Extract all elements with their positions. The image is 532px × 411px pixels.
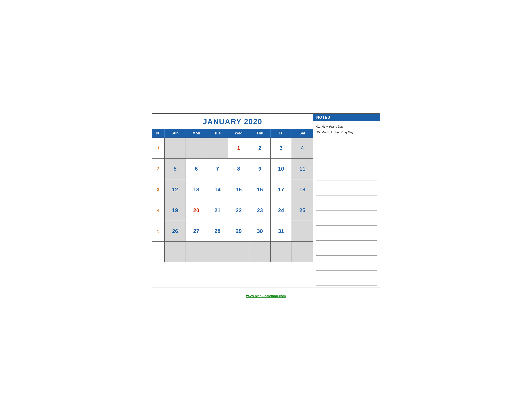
page-wrapper: JANUARY 2020 Nº Sun Mon Tue Wed Thu Fri … <box>152 113 380 298</box>
day-cell: 14 <box>207 179 228 200</box>
col-header-sat: Sat <box>292 129 313 138</box>
day-cell <box>228 242 249 262</box>
footer-url: www.blank-calendar.com <box>246 294 286 298</box>
notes-section: NOTES 01: New Year's Day 20: Martin Luth… <box>314 114 380 287</box>
calendar-title: JANUARY 2020 <box>152 114 313 129</box>
note-line[interactable] <box>316 233 377 241</box>
col-header-mon: Mon <box>186 129 207 138</box>
note-line[interactable] <box>316 241 377 248</box>
day-cell: 28 <box>207 221 228 241</box>
day-cell: 7 <box>207 159 228 179</box>
calendar-header-row: Nº Sun Mon Tue Wed Thu Fri Sat <box>152 129 313 138</box>
note-line[interactable] <box>316 270 377 278</box>
note-line[interactable] <box>316 196 377 203</box>
day-cell: 3 <box>271 138 292 158</box>
day-cell: 9 <box>249 159 271 179</box>
day-cell <box>292 221 313 241</box>
day-cell: 26 <box>165 221 186 241</box>
day-cell: 16 <box>249 179 271 200</box>
calendar-section: JANUARY 2020 Nº Sun Mon Tue Wed Thu Fri … <box>152 114 314 287</box>
day-cell <box>186 242 207 262</box>
calendar-row: 11234 <box>152 138 313 158</box>
day-cell: 15 <box>228 179 249 200</box>
holiday-item-2: 20: Martin Luther King Day <box>316 129 377 135</box>
note-line[interactable] <box>316 211 377 218</box>
note-line[interactable] <box>316 248 377 256</box>
notes-body: 01: New Year's Day 20: Martin Luther Kin… <box>314 121 380 287</box>
day-cell: 11 <box>292 159 313 179</box>
day-cell: 13 <box>186 179 207 200</box>
week-number: 4 <box>152 200 165 221</box>
day-cell: 10 <box>271 159 292 179</box>
note-line[interactable] <box>316 256 377 263</box>
col-header-tue: Tue <box>207 129 228 138</box>
note-line[interactable] <box>316 263 377 270</box>
note-line[interactable] <box>316 203 377 211</box>
day-cell: 27 <box>186 221 207 241</box>
day-cell: 21 <box>207 200 228 221</box>
col-header-sun: Sun <box>165 129 186 138</box>
day-cell <box>207 242 228 262</box>
col-header-wed: Wed <box>228 129 249 138</box>
week-number: 2 <box>152 159 165 179</box>
day-cell: 23 <box>249 200 271 221</box>
day-cell: 20 <box>186 200 207 221</box>
day-cell: 2 <box>249 138 271 158</box>
day-cell: 18 <box>292 179 313 200</box>
day-cell: 5 <box>165 159 186 179</box>
note-line[interactable] <box>316 151 377 158</box>
day-cell: 1 <box>228 138 249 158</box>
note-line[interactable] <box>316 173 377 181</box>
day-cell: 19 <box>165 200 186 221</box>
week-number <box>152 242 165 262</box>
day-cell <box>207 138 228 158</box>
note-line[interactable] <box>316 158 377 166</box>
day-cell <box>165 138 186 158</box>
note-line[interactable] <box>316 188 377 196</box>
day-cell <box>292 242 313 262</box>
day-cell: 6 <box>186 159 207 179</box>
day-cell <box>249 242 271 262</box>
day-cell: 25 <box>292 200 313 221</box>
day-cell: 12 <box>165 179 186 200</box>
main-content: JANUARY 2020 Nº Sun Mon Tue Wed Thu Fri … <box>152 113 380 288</box>
calendar-row: 419202122232425 <box>152 200 313 221</box>
day-cell: 31 <box>271 221 292 241</box>
col-header-thu: Thu <box>249 129 271 138</box>
note-line[interactable] <box>316 166 377 173</box>
col-header-fri: Fri <box>271 129 292 138</box>
note-line[interactable] <box>316 136 377 143</box>
calendar-row: 312131415161718 <box>152 179 313 200</box>
holiday-item-1: 01: New Year's Day <box>316 124 377 129</box>
notes-header: NOTES <box>314 114 380 121</box>
col-header-num: Nº <box>152 129 165 138</box>
day-cell: 4 <box>292 138 313 158</box>
day-cell: 17 <box>271 179 292 200</box>
day-cell: 29 <box>228 221 249 241</box>
day-cell: 24 <box>271 200 292 221</box>
day-cell: 22 <box>228 200 249 221</box>
week-number: 5 <box>152 221 165 241</box>
note-line[interactable] <box>316 181 377 188</box>
week-number: 3 <box>152 179 165 200</box>
day-cell <box>165 242 186 262</box>
day-cell <box>186 138 207 158</box>
week-number: 1 <box>152 138 165 158</box>
day-cell: 30 <box>249 221 271 241</box>
calendar-body: 1123425678910113121314151617184192021222… <box>152 138 313 262</box>
note-line[interactable] <box>316 143 377 151</box>
note-line[interactable] <box>316 218 377 226</box>
note-line[interactable] <box>316 226 377 233</box>
day-cell <box>271 242 292 262</box>
notes-lines <box>316 136 377 286</box>
calendar-row <box>152 241 313 262</box>
calendar-row: 2567891011 <box>152 158 313 179</box>
day-cell: 8 <box>228 159 249 179</box>
calendar-row: 5262728293031 <box>152 221 313 241</box>
note-line[interactable] <box>316 278 377 286</box>
